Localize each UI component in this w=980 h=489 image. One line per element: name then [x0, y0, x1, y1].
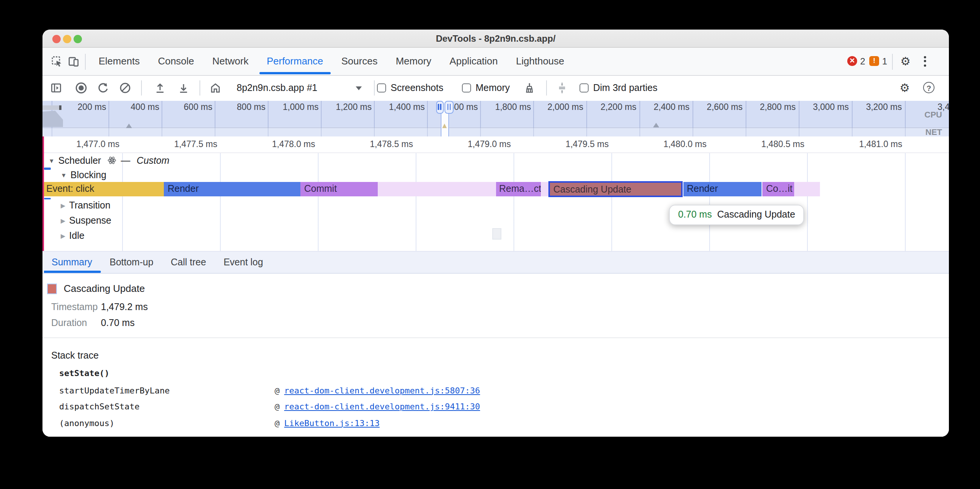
timeline-overview[interactable]: 200 ms 400 ms 600 ms 800 ms 1,000 ms 1,2…	[43, 100, 949, 137]
flame-bar-filler[interactable]	[541, 182, 548, 196]
flame-bar-event-click[interactable]: Event: click	[43, 182, 164, 196]
net-lane-label: NET	[925, 127, 942, 137]
reload-record-icon[interactable]	[97, 82, 109, 97]
warning-badge[interactable]: ! 1	[869, 56, 887, 66]
tab-memory[interactable]: Memory	[387, 48, 440, 75]
panel-tabs: Elements Console Network Performance Sou…	[89, 48, 573, 75]
selection-right-handle[interactable]	[444, 100, 453, 113]
track-suspense[interactable]: ▶Suspense	[61, 214, 111, 227]
overview-tick: 2,200 ms	[600, 102, 636, 111]
track-edge-indicator	[44, 168, 51, 170]
upload-profile-icon[interactable]	[154, 82, 166, 97]
timestamp-value: 1,479.2 ms	[101, 302, 148, 312]
tab-bottom-up[interactable]: Bottom-up	[110, 251, 153, 273]
record-icon[interactable]	[75, 82, 87, 97]
tab-sources[interactable]: Sources	[332, 48, 387, 75]
react-atom-icon	[107, 156, 116, 165]
flame-bar-filler[interactable]	[378, 182, 496, 196]
flame-bar-row: Event: click Render Commit Rema…cts Casc…	[43, 182, 949, 196]
duration-value: 0.70 ms	[101, 318, 135, 328]
chevron-down-icon[interactable]	[356, 86, 362, 90]
chevron-closed-icon: ▶	[61, 215, 65, 227]
overview-tick: 800 ms	[237, 102, 266, 111]
overview-tick: 600 ms	[184, 102, 212, 111]
more-options-icon[interactable]	[924, 56, 927, 68]
collapse-flame-icon[interactable]	[556, 82, 568, 97]
source-link[interactable]: react-dom-client.development.js:5807:36	[284, 386, 480, 395]
divider	[374, 80, 375, 95]
stack-frame: (anonymous) @LikeButton.js:13:13	[43, 418, 949, 429]
track-idle[interactable]: ▶Idle	[61, 230, 84, 242]
screenshots-checkbox[interactable]	[377, 83, 386, 92]
tooltip-label: Cascading Update	[717, 209, 795, 220]
tab-network[interactable]: Network	[203, 48, 258, 75]
home-icon[interactable]	[209, 82, 221, 97]
screenshots-label[interactable]: Screenshots	[391, 76, 443, 100]
tab-console[interactable]: Console	[149, 48, 203, 75]
tab-call-tree[interactable]: Call tree	[171, 251, 206, 273]
stack-frame-function: setState()	[59, 368, 109, 379]
track-blocking[interactable]: ▼Blocking	[61, 169, 106, 181]
chevron-closed-icon: ▶	[61, 200, 65, 212]
stack-trace-title: Stack trace	[51, 350, 99, 361]
main-tab-bar: Elements Console Network Performance Sou…	[43, 48, 949, 76]
window-title: DevTools - 8p2n9n.csb.app/	[43, 29, 949, 48]
duration-label: Duration	[51, 318, 87, 328]
settings-gear-icon[interactable]: ⚙	[900, 55, 911, 67]
track-blocking-label: Blocking	[70, 170, 107, 181]
track-transition[interactable]: ▶Transition	[61, 199, 110, 211]
toggle-sidebar-icon[interactable]	[50, 82, 62, 97]
source-link[interactable]: react-dom-client.development.js:9411:30	[284, 402, 480, 412]
memory-checkbox[interactable]	[462, 83, 471, 92]
help-icon[interactable]: ?	[923, 82, 934, 93]
clear-icon[interactable]	[119, 82, 131, 97]
network-lane	[43, 127, 949, 137]
performance-toolbar: 8p2n9n.csb.app #1 Screenshots Memory Dim…	[43, 76, 949, 100]
track-scheduler-label: Scheduler	[59, 156, 101, 166]
flame-bar-render[interactable]: Render	[683, 182, 762, 196]
collect-garbage-icon[interactable]	[523, 82, 536, 97]
stack-frame-function: startUpdateTimerByLane	[59, 385, 170, 396]
stack-frame: dispatchSetState @react-dom-client.devel…	[43, 401, 949, 413]
selection-left-handle[interactable]	[436, 100, 443, 113]
timestamp-label: Timestamp	[51, 302, 98, 312]
flame-chart[interactable]: ▼Scheduler — Custom ▼Blocking Event: cli…	[43, 153, 949, 251]
tab-performance[interactable]: Performance	[258, 48, 332, 75]
session-select[interactable]: 8p2n9n.csb.app #1	[237, 76, 317, 100]
overview-tick: 1,800 ms	[495, 102, 531, 111]
screen: DevTools - 8p2n9n.csb.app/ Elements Cons…	[0, 0, 980, 489]
tab-elements[interactable]: Elements	[89, 48, 149, 75]
download-profile-icon[interactable]	[178, 82, 189, 97]
cpu-lane-label: CPU	[924, 110, 942, 119]
overview-tick: 2,400 ms	[654, 102, 689, 111]
tab-lighthouse[interactable]: Lighthouse	[507, 48, 573, 75]
flame-bar-cascading-update-selected[interactable]: Cascading Update	[548, 181, 682, 197]
ruler-tick: 1,478.0 ms	[272, 140, 315, 149]
flame-bar-filler[interactable]	[794, 182, 819, 196]
track-edge-indicator	[44, 197, 51, 199]
dim-3rd-parties-label[interactable]: Dim 3rd parties	[593, 76, 658, 100]
detail-time-ruler[interactable]: 1,477.0 ms 1,477.5 ms 1,478.0 ms 1,478.5…	[43, 137, 949, 153]
source-link[interactable]: LikeButton.js:13:13	[284, 418, 380, 428]
flame-bar-commit[interactable]: Co…it	[762, 182, 794, 196]
flame-bar-render[interactable]: Render	[164, 182, 300, 196]
overview-tick: 1,400 ms	[389, 102, 425, 111]
flame-bar-commit[interactable]: Commit	[301, 182, 378, 196]
device-toolbar-icon[interactable]	[67, 55, 80, 67]
track-scheduler[interactable]: ▼Scheduler — Custom	[49, 155, 170, 167]
overview-tick: 2,000 ms	[547, 102, 583, 111]
error-badge[interactable]: ✕ 2	[847, 56, 865, 66]
dash: —	[121, 156, 130, 166]
ruler-tick: 1,480.0 ms	[663, 140, 706, 149]
flame-bar-remaining-effects[interactable]: Rema…cts	[496, 182, 541, 196]
dim-3rd-parties-checkbox[interactable]	[579, 83, 589, 92]
tab-event-log[interactable]: Event log	[223, 251, 263, 273]
selection-event-marker	[442, 123, 447, 128]
capture-settings-gear-icon[interactable]: ⚙	[900, 82, 910, 94]
tab-summary[interactable]: Summary	[52, 251, 92, 273]
stack-frame-function: dispatchSetState	[59, 401, 140, 413]
overview-tick: 2,600 ms	[706, 102, 743, 111]
tab-application[interactable]: Application	[440, 48, 507, 75]
memory-label[interactable]: Memory	[476, 76, 510, 100]
inspect-element-icon[interactable]	[51, 55, 63, 67]
